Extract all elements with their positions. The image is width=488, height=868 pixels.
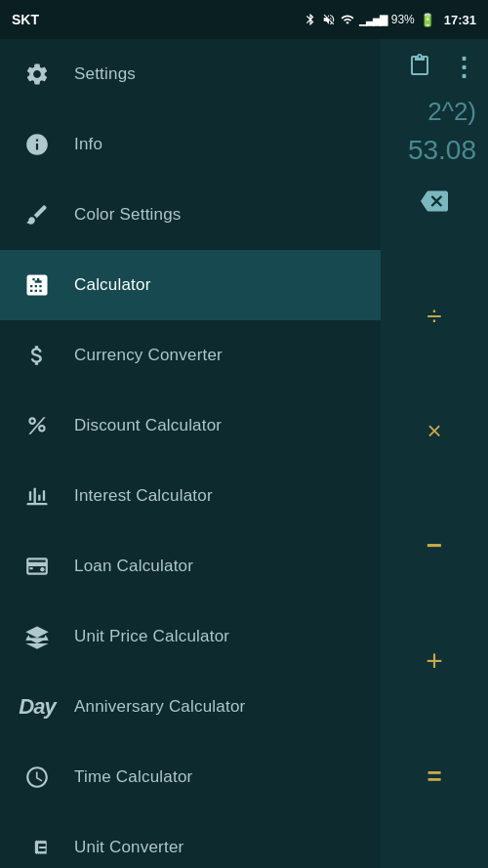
color-settings-label: Color Settings <box>74 205 182 225</box>
divide-button[interactable]: ÷ <box>409 291 460 342</box>
sidebar-item-time-calculator[interactable]: Time Calculator <box>0 742 381 812</box>
bluetooth-icon <box>304 13 317 26</box>
interest-calculator-label: Interest Calculator <box>74 486 213 506</box>
status-right: ▁▃▅▇ 93% 🔋 17:31 <box>304 13 476 27</box>
multiply-button[interactable]: × <box>409 406 460 457</box>
calc-display: 2^2) 53.08 <box>381 97 488 166</box>
scale-icon <box>20 619 55 654</box>
main-container: Settings Info Color Settings <box>0 39 488 868</box>
clipboard-icon[interactable] <box>404 50 435 87</box>
battery-icon: 🔋 <box>420 13 435 27</box>
sidebar-item-calculator[interactable]: Calculator <box>0 250 381 320</box>
day-icon: Day <box>20 689 55 724</box>
calc-expression: 2^2) <box>392 97 476 127</box>
sidebar-item-loan-calculator[interactable]: Loan Calculator <box>0 531 381 601</box>
time-label: 17:31 <box>444 13 476 27</box>
palette-icon <box>20 197 55 232</box>
drawer-menu: Settings Info Color Settings <box>0 39 381 868</box>
time-calculator-label: Time Calculator <box>74 767 192 787</box>
clock-icon <box>20 760 55 795</box>
ruler-icon <box>20 830 55 865</box>
carrier-label: SKT <box>12 12 39 27</box>
anniversary-calculator-label: Anniversary Calculator <box>74 697 245 717</box>
discount-calculator-label: Discount Calculator <box>74 416 222 435</box>
sidebar-item-discount-calculator[interactable]: Discount Calculator <box>0 391 381 461</box>
percent-icon <box>20 408 55 443</box>
sidebar-item-interest-calculator[interactable]: Interest Calculator <box>0 461 381 531</box>
sidebar-item-anniversary-calculator[interactable]: Day Anniversary Calculator <box>0 672 381 742</box>
sidebar-item-settings[interactable]: Settings <box>0 39 381 109</box>
right-top-bar: ⋮ <box>381 39 488 97</box>
svg-rect-0 <box>27 503 48 505</box>
right-panel: ⋮ 2^2) 53.08 ÷ × − <box>381 39 488 868</box>
signal-icon: ▁▃▅▇ <box>359 14 386 26</box>
battery-label: 93% <box>391 13 415 26</box>
calc-result: 53.08 <box>392 135 476 166</box>
loan-icon <box>20 549 55 584</box>
interest-icon <box>20 478 55 514</box>
sidebar-item-info[interactable]: Info <box>0 109 381 180</box>
wifi-icon <box>341 13 354 26</box>
minus-button[interactable]: − <box>409 520 460 571</box>
info-icon <box>20 127 55 162</box>
sidebar-item-currency-converter[interactable]: Currency Converter <box>0 320 381 391</box>
sidebar-item-unit-converter[interactable]: Unit Converter <box>0 812 381 868</box>
status-bar: SKT ▁▃▅▇ 93% 🔋 17:31 <box>0 0 488 39</box>
more-icon[interactable]: ⋮ <box>447 49 480 87</box>
settings-label: Settings <box>74 64 136 84</box>
gear-icon <box>20 57 55 92</box>
loan-calculator-label: Loan Calculator <box>74 557 193 576</box>
sidebar-item-color-settings[interactable]: Color Settings <box>0 180 381 250</box>
calculator-icon <box>20 268 55 303</box>
unit-price-calculator-label: Unit Price Calculator <box>74 627 229 646</box>
calc-button-area: ÷ × − + = <box>381 166 488 868</box>
dollar-icon <box>20 338 55 373</box>
currency-converter-label: Currency Converter <box>74 346 223 365</box>
plus-button[interactable]: + <box>409 636 460 686</box>
mute-icon <box>322 13 336 26</box>
sidebar-item-unit-price-calculator[interactable]: Unit Price Calculator <box>0 601 381 672</box>
info-label: Info <box>74 135 102 154</box>
svg-point-1 <box>40 567 44 571</box>
equals-button[interactable]: = <box>409 751 460 802</box>
calculator-label: Calculator <box>74 275 151 295</box>
backspace-button[interactable] <box>409 176 460 227</box>
unit-converter-label: Unit Converter <box>74 838 183 857</box>
